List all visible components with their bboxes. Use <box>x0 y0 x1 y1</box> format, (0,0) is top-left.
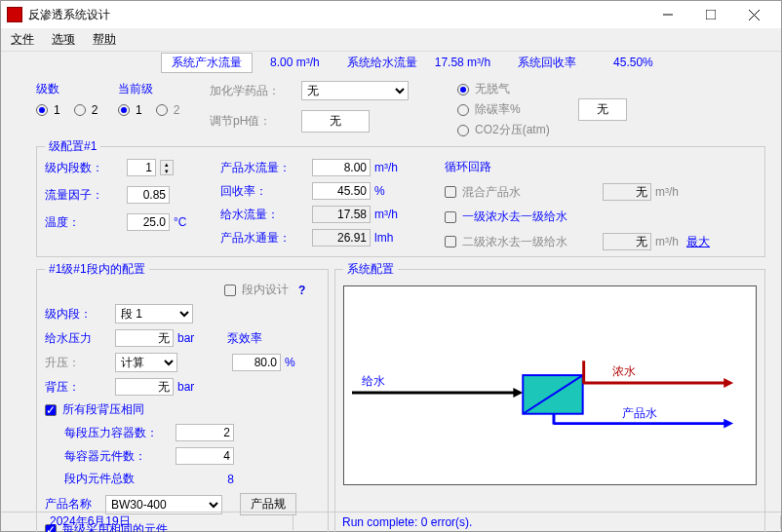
stat-feed-flow-label: 系统给水流量 <box>347 55 417 71</box>
statusbar: 2024年6月19日 Run complete: 0 error(s). <box>1 512 781 531</box>
window-title: 反渗透系统设计 <box>28 7 646 23</box>
segment-config-legend: #1级#1段内的配置 <box>45 261 149 278</box>
flow-diagram: 给水 浓水 产品水 <box>343 285 757 485</box>
conc2-check[interactable] <box>445 236 456 247</box>
same-back-check[interactable]: ✓ <box>45 404 57 416</box>
current-pass-radio-2[interactable] <box>156 104 168 116</box>
main-window: 反渗透系统设计 文件 选项 帮助 系统产水流量 8.00 m³/h 系统给水流量… <box>0 0 782 532</box>
current-pass-radio-1[interactable] <box>118 104 130 116</box>
chem-add-select[interactable]: 无 <box>301 81 409 100</box>
chem-button[interactable]: 无 <box>578 98 627 121</box>
help-icon[interactable]: ? <box>298 284 305 297</box>
max-link[interactable]: 最大 <box>686 234 710 250</box>
total-elements: 8 <box>176 473 234 486</box>
chem-add-label: 加化学药品： <box>210 83 297 99</box>
minimize-button[interactable] <box>646 1 689 28</box>
stat-recovery-value: 45.50% <box>613 56 653 69</box>
system-diagram-group: 系统配置 给水 浓水 产品水 <box>334 261 765 532</box>
diagram-feed-label: 给水 <box>362 374 385 388</box>
stages-input[interactable] <box>127 159 156 176</box>
pv-count-input[interactable] <box>176 424 234 441</box>
diagram-conc-label: 浓水 <box>612 364 636 378</box>
status-run: Run complete: 0 error(s). <box>293 515 781 529</box>
stat-feed-flow-value: 17.58 m³/h <box>435 56 490 69</box>
temp-input[interactable] <box>127 213 170 231</box>
passes-label: 级数 <box>36 81 104 97</box>
top-stats: 系统产水流量 8.00 m³/h 系统给水流量 17.58 m³/h 系统回收率… <box>1 52 781 73</box>
maximize-button[interactable] <box>689 1 732 28</box>
stat-perm-flow-value: 8.00 m³/h <box>270 56 320 69</box>
feed-flow-display <box>312 206 371 223</box>
boost-select[interactable]: 计算 <box>115 353 177 372</box>
svg-marker-10 <box>723 378 733 388</box>
pump-eff-input[interactable] <box>232 354 281 371</box>
titlebar: 反渗透系统设计 <box>1 1 781 28</box>
conc2-value <box>603 233 651 250</box>
stage-select[interactable]: 段 1 <box>115 304 193 323</box>
svg-rect-1 <box>706 10 716 19</box>
stat-perm-flow-label[interactable]: 系统产水流量 <box>161 53 253 73</box>
close-button[interactable] <box>732 1 775 28</box>
menu-options[interactable]: 选项 <box>52 31 75 48</box>
system-diagram-legend: 系统配置 <box>343 261 398 278</box>
stage-config-legend: 级配置#1 <box>45 138 100 155</box>
diagram-perm-label: 产品水 <box>622 406 657 420</box>
mix-value <box>603 183 651 201</box>
passes-radio-2[interactable] <box>74 104 86 116</box>
perm-flow-input[interactable] <box>312 159 371 176</box>
co2-radio[interactable] <box>457 125 469 136</box>
recovery-input[interactable] <box>312 182 371 200</box>
epv-count-input[interactable] <box>176 447 234 465</box>
menubar: 文件 选项 帮助 <box>1 28 781 52</box>
degas-radio[interactable] <box>457 84 469 95</box>
status-date: 2024年6月19日 <box>1 513 293 530</box>
conc1-check[interactable] <box>445 211 456 223</box>
stage-config-group: 级配置#1 级内段数：▴▾ 流量因子： 温度：°C 产品水流量：m³/h 回收率… <box>36 138 765 257</box>
back-pressure-input[interactable] <box>115 378 174 396</box>
seg-design-check[interactable] <box>224 285 236 296</box>
ph-label: 调节pH值： <box>210 113 297 130</box>
segment-config-group: #1级#1段内的配置 段内设计 ? 级内段：段 1 给水压力bar 泵效率 升压… <box>36 261 329 532</box>
stat-recovery-label: 系统回收率 <box>518 55 576 71</box>
svg-marker-5 <box>513 388 523 398</box>
menu-help[interactable]: 帮助 <box>93 31 116 48</box>
decarb-radio[interactable] <box>457 104 469 116</box>
menu-file[interactable]: 文件 <box>11 31 34 48</box>
loop-legend: 循环回路 <box>445 159 757 175</box>
svg-marker-13 <box>723 419 733 429</box>
flux-display <box>312 229 371 247</box>
app-icon <box>7 7 22 22</box>
flow-factor-input[interactable] <box>127 186 170 204</box>
current-pass-label: 当前级 <box>118 81 196 97</box>
feed-pressure-input[interactable] <box>115 329 174 347</box>
ph-value: 无 <box>301 110 370 133</box>
stages-spinner[interactable]: ▴▾ <box>160 160 174 175</box>
mix-check[interactable] <box>445 186 456 198</box>
passes-radio-1[interactable] <box>36 104 48 116</box>
